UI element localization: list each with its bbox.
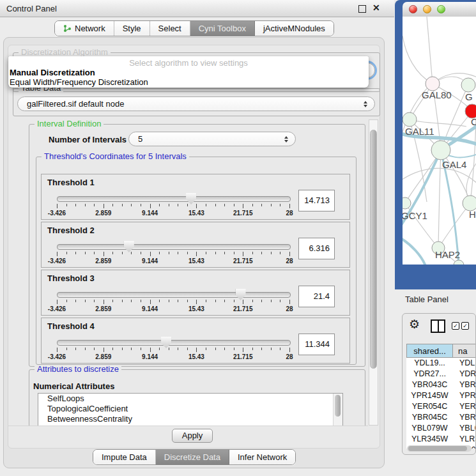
table-horizontal-scrollbar[interactable] — [407, 445, 472, 452]
slider-tick — [94, 252, 95, 254]
list-scrollbar[interactable] — [333, 394, 342, 426]
settings-scrollbar[interactable] — [369, 119, 378, 426]
slider-tick — [112, 204, 113, 206]
network-node-gcy1[interactable] — [403, 197, 411, 209]
slider-tick — [169, 204, 169, 206]
threshold-slider-track[interactable] — [57, 292, 291, 298]
slider-tick — [85, 300, 86, 302]
column-header[interactable]: na — [453, 344, 476, 358]
popup-item[interactable]: Equal Width/Frequency Discretization — [8, 77, 369, 87]
slider-tick — [122, 348, 123, 350]
threshold-value-field[interactable]: 6.316 — [298, 238, 335, 259]
attribute-item[interactable]: BetweennessCentrality — [38, 414, 342, 424]
columns-icon[interactable] — [431, 319, 445, 333]
tab-label: Infer Network — [238, 452, 287, 462]
table-row[interactable]: YLR345WYLR3 — [406, 434, 476, 445]
number-of-intervals-combobox[interactable]: 5 — [128, 132, 296, 146]
slider-tick — [66, 300, 67, 302]
slider-tick-labels: -3.4262.8599.14415.4321.71528 — [57, 210, 289, 217]
slider-tick — [104, 204, 104, 208]
network-node-g[interactable] — [461, 78, 475, 92]
slider-thumb[interactable] — [186, 192, 196, 204]
slider-tick-labels: -3.4262.8599.14415.4321.71528 — [57, 257, 289, 265]
bottom-tab-discretize-data[interactable]: Discretize Data — [156, 450, 229, 464]
table-row[interactable]: YDL19...YDL1 — [406, 358, 476, 369]
minimize-traffic-light-icon[interactable] — [423, 5, 431, 13]
network-node-gal4[interactable] — [431, 141, 450, 160]
attribute-item[interactable]: TopologicalCoefficient — [38, 404, 342, 414]
tab-jactivemnodules[interactable]: jActiveMNodules — [255, 21, 334, 36]
tab-style[interactable]: Style — [114, 21, 150, 36]
apply-button[interactable]: Apply — [172, 429, 213, 443]
threshold-value-field[interactable]: 21.4 — [298, 286, 335, 307]
popup-item[interactable]: Manual Discretization — [8, 68, 369, 77]
threshold-value-field[interactable]: 14.713 — [298, 190, 335, 211]
slider-tick — [234, 252, 234, 254]
checkbox-icon[interactable]: ✓ — [452, 322, 459, 330]
network-canvas[interactable]: GAL80GCGAL11GAL4GCY1HHAP2 — [403, 17, 476, 265]
table-row[interactable]: YDR27...YDR2 — [406, 369, 476, 380]
table-scrollbar-thumb[interactable] — [408, 446, 467, 451]
slider-tick — [224, 204, 225, 206]
attribute-item[interactable]: SelfLoops — [38, 394, 342, 404]
threshold-value-field[interactable]: 11.344 — [298, 334, 335, 355]
network-node[interactable] — [454, 260, 464, 265]
slider-tick — [234, 348, 234, 350]
checkbox-icon[interactable]: ✓ — [461, 322, 469, 330]
tab-cyni-toolbox[interactable]: Cyni Toolbox — [190, 21, 255, 36]
slider-tick — [131, 204, 132, 206]
slider-tick — [57, 204, 58, 208]
slider-tick — [224, 300, 225, 302]
group-title: Threshold's Coordinates for 5 Intervals — [42, 152, 189, 161]
network-node-gal11[interactable] — [403, 112, 417, 127]
network-node-label: GAL4 — [442, 159, 466, 170]
slider-tick — [159, 252, 160, 254]
threshold-slider-track[interactable] — [57, 340, 291, 346]
table-row[interactable]: YBR045CYBR0 — [406, 412, 476, 423]
slider-tick — [187, 252, 188, 254]
slider-tick — [271, 348, 272, 350]
threshold-slider-track[interactable] — [57, 196, 291, 202]
slider-tick — [75, 300, 76, 302]
slider-tick — [141, 204, 141, 206]
thresholds-group: Threshold's Coordinates for 5 Intervals … — [36, 157, 357, 365]
list-scrollbar-thumb[interactable] — [335, 395, 341, 417]
table-cell: YDL19... — [406, 358, 453, 369]
close-traffic-light-icon[interactable] — [409, 5, 417, 13]
slider-thumb[interactable] — [161, 335, 171, 348]
slider-tick — [252, 252, 253, 254]
bottom-tab-infer-network[interactable]: Infer Network — [229, 450, 295, 464]
group-title: Interval Definition — [35, 119, 104, 128]
table-cell: YBL079W — [406, 423, 453, 434]
tab-network[interactable]: Network — [55, 21, 114, 36]
table-row[interactable]: YPR145WYPR1 — [406, 390, 476, 401]
numerical-attributes-list[interactable]: SelfLoopsTopologicalCoefficientBetweenne… — [38, 393, 343, 426]
slider-tick-label: -3.426 — [48, 353, 66, 360]
tab-label: jActiveMNodules — [263, 24, 325, 33]
slider-tick — [85, 204, 86, 206]
number-of-intervals-value: 5 — [138, 134, 142, 144]
attributes-group: Attributes to discretize Numerical Attri… — [29, 369, 365, 426]
settings-scrollbar-thumb[interactable] — [370, 130, 377, 369]
table-data-combobox[interactable]: galFiltered.sif default node — [17, 96, 375, 111]
zoom-traffic-light-icon[interactable] — [437, 5, 445, 13]
slider-thumb[interactable] — [236, 288, 246, 300]
tab-select[interactable]: Select — [150, 21, 190, 36]
bottom-tab-impute-data[interactable]: Impute Data — [93, 450, 156, 464]
slider-tick-label: 21.715 — [233, 257, 253, 265]
threshold-slider-track[interactable] — [57, 244, 291, 250]
slider-tick — [85, 348, 86, 350]
slider-tick-label: 21.715 — [233, 305, 253, 312]
slider-tick — [271, 300, 272, 302]
table-row[interactable]: YBL079WYBL0 — [406, 423, 476, 434]
gear-icon[interactable]: ⚙ — [409, 317, 420, 332]
network-node-gal80[interactable] — [426, 77, 440, 91]
float-window-icon[interactable] — [358, 5, 366, 13]
slider-thumb[interactable] — [124, 240, 134, 252]
slider-tick — [131, 300, 132, 302]
window-title: Control Panel — [6, 4, 57, 13]
close-icon[interactable]: ✕ — [372, 3, 380, 13]
table-row[interactable]: YBR043CYBR0 — [406, 380, 476, 390]
column-header[interactable]: shared... — [406, 344, 453, 358]
table-row[interactable]: YER054CYER0 — [406, 401, 476, 412]
